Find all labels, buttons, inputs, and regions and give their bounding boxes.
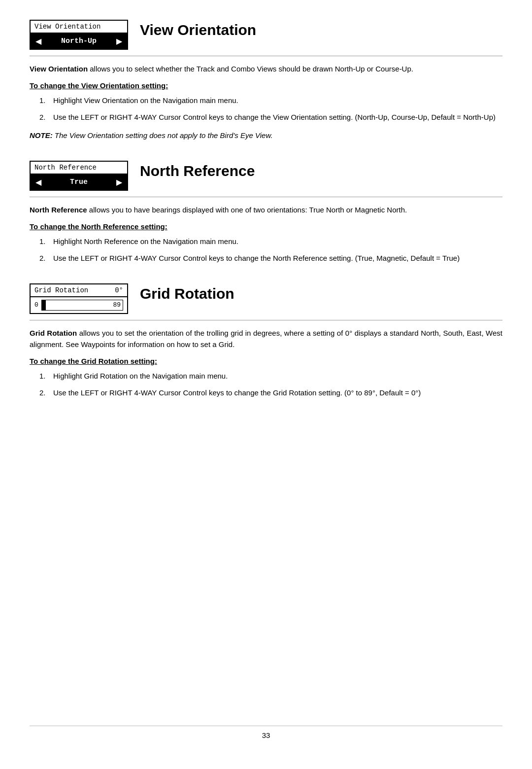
north-reference-right-arrow[interactable]: ▶ bbox=[116, 177, 122, 187]
grid-rotation-degree: 0° bbox=[115, 286, 123, 294]
view-orientation-steps: 1. Highlight View Orientation on the Nav… bbox=[39, 95, 502, 123]
step-text: Use the LEFT or RIGHT 4-WAY Cursor Contr… bbox=[53, 387, 421, 398]
view-orientation-widget-value-row: ◀ North-Up ▶ bbox=[31, 34, 127, 49]
view-orientation-step-1: 1. Highlight View Orientation on the Nav… bbox=[39, 95, 502, 106]
view-orientation-left-arrow[interactable]: ◀ bbox=[35, 36, 41, 46]
north-reference-step-1: 1. Highlight North Reference on the Navi… bbox=[39, 236, 502, 247]
grid-rotation-intro-rest: allows you to set the orientation of the… bbox=[30, 329, 502, 349]
north-reference-intro: North Reference allows you to have beari… bbox=[30, 204, 502, 215]
grid-rotation-thumb bbox=[42, 300, 46, 310]
note-body: The View Orientation setting does not ap… bbox=[53, 131, 273, 140]
north-reference-widget-value-row: ◀ True ▶ bbox=[31, 175, 127, 190]
grid-rotation-rule bbox=[30, 320, 502, 320]
view-orientation-right-arrow[interactable]: ▶ bbox=[116, 36, 122, 46]
step-num: 1. bbox=[39, 236, 48, 247]
grid-rotation-step-1: 1. Highlight Grid Rotation on the Naviga… bbox=[39, 370, 502, 382]
grid-rotation-intro: Grid Rotation allows you to set the orie… bbox=[30, 327, 502, 350]
north-reference-section: North Reference ◀ True ▶ North Reference… bbox=[30, 161, 502, 264]
north-reference-value: True bbox=[46, 178, 111, 186]
page-footer: 33 bbox=[30, 726, 502, 739]
grid-rotation-title-text: Grid Rotation bbox=[34, 286, 88, 294]
view-orientation-section-title: View Orientation bbox=[140, 20, 256, 38]
north-reference-widget: North Reference ◀ True ▶ bbox=[30, 161, 128, 191]
step-text: Highlight View Orientation on the Naviga… bbox=[53, 95, 238, 106]
grid-rotation-step-2: 2. Use the LEFT or RIGHT 4-WAY Cursor Co… bbox=[39, 387, 502, 398]
view-orientation-header: View Orientation ◀ North-Up ▶ View Orien… bbox=[30, 20, 502, 50]
step-text: Use the LEFT or RIGHT 4-WAY Cursor Contr… bbox=[53, 111, 496, 123]
north-reference-section-title: North Reference bbox=[140, 161, 255, 179]
north-reference-title-area: North Reference bbox=[140, 161, 255, 179]
view-orientation-widget: View Orientation ◀ North-Up ▶ bbox=[30, 20, 128, 50]
grid-rotation-min-label: 0 bbox=[34, 301, 38, 309]
grid-rotation-section-title: Grid Rotation bbox=[140, 283, 234, 302]
grid-rotation-section: Grid Rotation 0° 0 89 Grid Rotation Grid… bbox=[30, 283, 502, 398]
view-orientation-note: NOTE: The View Orientation setting does … bbox=[30, 130, 502, 141]
step-num: 1. bbox=[39, 370, 48, 382]
view-orientation-step-2: 2. Use the LEFT or RIGHT 4-WAY Cursor Co… bbox=[39, 111, 502, 123]
view-orientation-section: View Orientation ◀ North-Up ▶ View Orien… bbox=[30, 20, 502, 141]
grid-rotation-header: Grid Rotation 0° 0 89 Grid Rotation bbox=[30, 283, 502, 314]
view-orientation-intro-bold: View Orientation bbox=[30, 65, 88, 73]
grid-rotation-subheading: To change the Grid Rotation setting: bbox=[30, 357, 502, 365]
north-reference-intro-bold: North Reference bbox=[30, 206, 87, 214]
step-text: Highlight North Reference on the Navigat… bbox=[53, 236, 238, 247]
grid-rotation-steps: 1. Highlight Grid Rotation on the Naviga… bbox=[39, 370, 502, 398]
step-num: 1. bbox=[39, 95, 48, 106]
grid-rotation-title-area: Grid Rotation bbox=[140, 283, 234, 302]
north-reference-rule bbox=[30, 197, 502, 197]
grid-rotation-widget-title: Grid Rotation 0° bbox=[31, 284, 127, 297]
grid-rotation-widget: Grid Rotation 0° 0 89 bbox=[30, 283, 128, 314]
step-text: Use the LEFT or RIGHT 4-WAY Cursor Contr… bbox=[53, 252, 460, 264]
grid-rotation-max-label: 89 bbox=[113, 301, 121, 309]
step-num: 2. bbox=[39, 387, 48, 398]
north-reference-intro-rest: allows you to have bearings displayed wi… bbox=[87, 206, 407, 214]
north-reference-step-2: 2. Use the LEFT or RIGHT 4-WAY Cursor Co… bbox=[39, 252, 502, 264]
page-number: 33 bbox=[262, 731, 270, 739]
step-num: 2. bbox=[39, 252, 48, 264]
north-reference-header: North Reference ◀ True ▶ North Reference bbox=[30, 161, 502, 191]
view-orientation-title: View Orientation bbox=[140, 20, 256, 38]
north-reference-steps: 1. Highlight North Reference on the Navi… bbox=[39, 236, 502, 264]
view-orientation-value: North-Up bbox=[46, 37, 111, 45]
north-reference-left-arrow[interactable]: ◀ bbox=[35, 177, 41, 187]
grid-rotation-slider[interactable]: 89 bbox=[41, 300, 123, 311]
view-orientation-intro: View Orientation allows you to select wh… bbox=[30, 63, 502, 74]
grid-rotation-intro-bold: Grid Rotation bbox=[30, 329, 77, 337]
grid-rotation-slider-row: 0 89 bbox=[31, 297, 127, 313]
step-text: Highlight Grid Rotation on the Navigatio… bbox=[53, 370, 228, 382]
view-orientation-subheading: To change the View Orientation setting: bbox=[30, 81, 502, 90]
north-reference-widget-title: North Reference bbox=[31, 162, 127, 175]
step-num: 2. bbox=[39, 111, 48, 123]
view-orientation-rule bbox=[30, 56, 502, 56]
note-label: NOTE: bbox=[30, 131, 53, 140]
view-orientation-intro-rest: allows you to select whether the Track a… bbox=[88, 65, 413, 73]
north-reference-subheading: To change the North Reference setting: bbox=[30, 222, 502, 231]
view-orientation-widget-title: View Orientation bbox=[31, 21, 127, 34]
